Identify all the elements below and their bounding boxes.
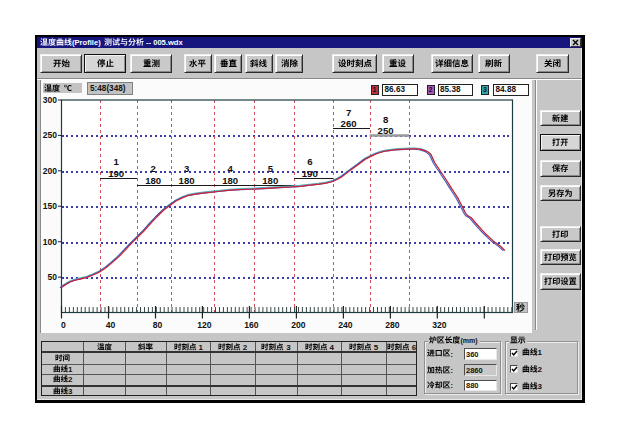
svg-text:190: 190: [108, 168, 124, 179]
svg-text:200: 200: [43, 166, 57, 176]
svg-text:4: 4: [228, 163, 234, 174]
svg-text:160: 160: [244, 320, 259, 330]
svg-text:100: 100: [43, 237, 57, 247]
svg-text:200: 200: [291, 320, 306, 330]
svg-text:190: 190: [302, 168, 318, 179]
svg-text:1: 1: [114, 156, 120, 167]
svg-text:0: 0: [61, 320, 66, 330]
svg-text:40: 40: [106, 320, 116, 330]
svg-text:180: 180: [222, 175, 238, 186]
svg-text:80: 80: [153, 320, 163, 330]
svg-text:300: 300: [43, 95, 57, 105]
svg-text:180: 180: [179, 175, 195, 186]
svg-text:180: 180: [262, 175, 278, 186]
svg-text:180: 180: [145, 175, 161, 186]
svg-text:3: 3: [184, 163, 189, 174]
svg-text:6: 6: [307, 156, 312, 167]
svg-text:150: 150: [43, 201, 57, 211]
svg-text:260: 260: [341, 118, 357, 129]
svg-text:50: 50: [48, 272, 58, 282]
svg-text:240: 240: [338, 320, 353, 330]
svg-text:2: 2: [151, 163, 156, 174]
svg-text:8: 8: [383, 114, 389, 125]
svg-text:250: 250: [43, 130, 57, 140]
svg-text:5: 5: [268, 163, 274, 174]
svg-text:280: 280: [385, 320, 400, 330]
svg-text:250: 250: [378, 125, 394, 136]
svg-text:7: 7: [346, 107, 351, 118]
svg-text:120: 120: [197, 320, 212, 330]
svg-text:320: 320: [432, 320, 447, 330]
